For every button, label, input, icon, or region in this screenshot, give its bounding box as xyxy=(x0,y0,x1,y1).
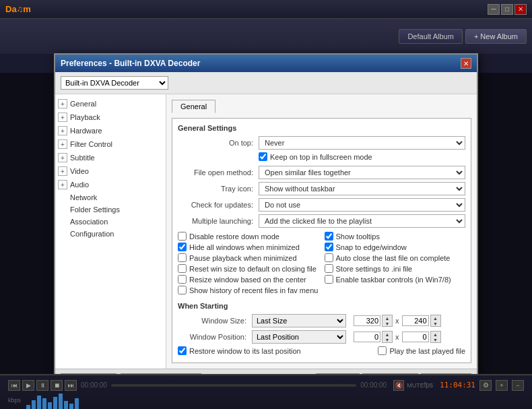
on-top-select[interactable]: Never xyxy=(259,136,465,150)
sidebar-item-general[interactable]: + General xyxy=(55,97,166,111)
decoder-select[interactable]: Built-in DXVA Decoder xyxy=(61,76,168,90)
mute-button[interactable]: 🔇 xyxy=(393,380,404,391)
sidebar-item-filter-control[interactable]: + Filter Control xyxy=(55,137,166,151)
vis-bar xyxy=(59,394,63,410)
time-position: 00:00:00 xyxy=(81,381,107,389)
disable-restore-checkbox[interactable] xyxy=(178,232,187,241)
sidebar-item-network[interactable]: Network xyxy=(55,191,166,203)
show-tooltips-checkbox[interactable] xyxy=(325,232,333,241)
tab-strip: General xyxy=(172,100,471,113)
vis-bar xyxy=(64,401,68,410)
height-spinner: ▲ ▼ xyxy=(402,315,441,327)
y-input[interactable] xyxy=(402,332,429,342)
prev-button[interactable]: ⏮ xyxy=(8,380,20,391)
settings-button[interactable]: ⚙ xyxy=(479,380,492,391)
volume-up-button[interactable]: + xyxy=(496,380,508,391)
file-open-select[interactable]: Open similar files together xyxy=(259,166,465,179)
play-button[interactable]: ▶ xyxy=(22,380,34,391)
show-history-checkbox[interactable] xyxy=(178,286,187,294)
checkbox-reset-win-size: Reset win size to default on closing fil… xyxy=(178,264,319,273)
x-input[interactable] xyxy=(354,332,380,342)
dialog-body: + General + Playback + Hardware + Filter… xyxy=(55,94,477,369)
sidebar-item-configuration[interactable]: Configuration xyxy=(55,228,166,240)
restore-checkbox[interactable] xyxy=(178,346,187,355)
on-top-row: On top: Never xyxy=(178,136,465,150)
keep-on-top-label: Keep on top in fullscreen mode xyxy=(270,153,372,161)
kbps-label: kbps xyxy=(8,397,21,404)
maximize-button[interactable]: □ xyxy=(501,4,513,15)
stop-button[interactable]: ⏹ xyxy=(51,380,63,391)
checkbox-hide-windows: Hide all windows when minimized xyxy=(178,243,319,251)
updates-row: Check for updates: Do not use xyxy=(178,198,465,212)
sidebar-item-hardware[interactable]: + Hardware xyxy=(55,124,166,137)
tab-general[interactable]: General xyxy=(172,100,215,113)
width-spinner-buttons: ▲ ▼ xyxy=(382,315,393,327)
restore-label: Restore window to its last position xyxy=(189,347,301,355)
visualizer-bars xyxy=(26,390,79,410)
dialog-close-button[interactable]: ✕ xyxy=(461,58,471,69)
window-size-select[interactable]: Last Size xyxy=(252,314,346,327)
decoder-dropdown-area: Built-in DXVA Decoder xyxy=(55,72,477,94)
default-album-button[interactable]: Default Album xyxy=(399,29,462,44)
store-ini-checkbox[interactable] xyxy=(325,264,333,273)
when-starting-title: When Starting xyxy=(178,302,465,310)
new-album-button[interactable]: + New Album xyxy=(465,29,527,44)
preferences-dialog: Preferences - Built-in DXVA Decoder ✕ Bu… xyxy=(54,53,478,394)
x-up-button[interactable]: ▲ xyxy=(383,332,392,337)
sidebar-item-playback[interactable]: + Playback xyxy=(55,111,166,124)
right-controls: fps 11:04:31 ⚙ + − xyxy=(424,380,524,391)
expand-icon-subtitle: + xyxy=(58,153,67,162)
resize-center-checkbox[interactable] xyxy=(178,275,187,284)
window-pos-select[interactable]: Last Position xyxy=(252,330,346,344)
multi-row: Multiple launching: Add the clicked file… xyxy=(178,214,465,228)
minimize-button[interactable]: ─ xyxy=(488,4,500,15)
pause-minimized-checkbox[interactable] xyxy=(178,253,187,262)
playback-controls: ⏮ ▶ ⏸ ⏹ ⏭ xyxy=(8,380,77,391)
sidebar-item-folder-settings[interactable]: Folder Settings xyxy=(55,203,166,216)
tray-select[interactable]: Show without taskbar xyxy=(259,182,465,195)
sidebar-item-video[interactable]: + Video xyxy=(55,164,166,178)
width-down-button[interactable]: ▼ xyxy=(383,321,392,326)
sidebar-item-subtitle[interactable]: + Subtitle xyxy=(55,151,166,164)
multi-select[interactable]: Add the clicked file to the playlist xyxy=(259,214,465,228)
width-spinner: ▲ ▼ xyxy=(354,315,393,327)
snap-edge-checkbox[interactable] xyxy=(325,243,333,251)
height-down-button[interactable]: ▼ xyxy=(431,321,440,326)
expand-icon-general: + xyxy=(58,99,67,108)
height-spinner-buttons: ▲ ▼ xyxy=(430,315,441,327)
sidebar-item-audio[interactable]: + Audio xyxy=(55,178,166,191)
close-button[interactable]: ✕ xyxy=(514,4,527,15)
section-title-general: General Settings xyxy=(178,124,465,132)
progress-bar[interactable] xyxy=(111,384,356,387)
hide-windows-checkbox[interactable] xyxy=(178,243,187,251)
play-last-checkbox[interactable] xyxy=(378,346,387,355)
vis-bar xyxy=(69,404,73,410)
height-up-button[interactable]: ▲ xyxy=(431,315,440,321)
keep-on-top-checkbox[interactable] xyxy=(259,152,267,161)
y-up-button[interactable]: ▲ xyxy=(431,332,440,337)
checkbox-pause-minimized: Pause playback when minimized xyxy=(178,253,319,262)
keep-on-top-checkbox-row: Keep on top in fullscreen mode xyxy=(259,152,372,161)
next-button[interactable]: ⏭ xyxy=(65,380,77,391)
checkbox-taskbar-controls: Enable taskbar controls (in Win7/8) xyxy=(325,275,466,284)
taskbar-controls-checkbox[interactable] xyxy=(325,275,333,284)
on-top-label: On top: xyxy=(178,139,259,147)
y-spinner: ▲ ▼ xyxy=(402,331,441,343)
width-up-button[interactable]: ▲ xyxy=(383,315,392,321)
sidebar-item-association[interactable]: Association xyxy=(55,216,166,228)
checkbox-resize-center: Resize window based on the center xyxy=(178,275,319,284)
width-input[interactable] xyxy=(354,315,380,326)
file-open-label: File open method: xyxy=(178,168,259,177)
updates-select[interactable]: Do not use xyxy=(259,198,465,212)
pause-button[interactable]: ⏸ xyxy=(36,380,48,391)
x-down-button[interactable]: ▼ xyxy=(383,337,392,342)
volume-down-button[interactable]: − xyxy=(512,380,524,391)
vis-bar xyxy=(26,405,30,410)
expand-icon-playback: + xyxy=(58,113,67,122)
y-down-button[interactable]: ▼ xyxy=(431,337,440,342)
expand-icon-audio: + xyxy=(58,180,67,189)
reset-win-size-checkbox[interactable] xyxy=(178,264,187,273)
height-input[interactable] xyxy=(402,315,429,326)
auto-close-checkbox[interactable] xyxy=(325,253,333,262)
time-display: 11:04:31 xyxy=(440,381,475,389)
